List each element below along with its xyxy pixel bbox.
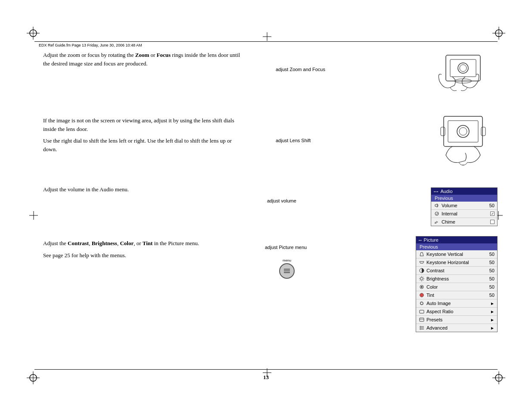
bottom-right-corner [492, 371, 505, 384]
picture-section: Adjust the Contrast, Brightness, Color, … [43, 239, 246, 259]
top-bar-text: EDX Ref Guide.fm Page 13 Friday, June 30… [39, 43, 142, 47]
zoom-focus-text: Adjust the zoom or focus by rotating the… [43, 51, 246, 68]
zoom-focus-sketch [429, 51, 498, 103]
keystone-h-icon [419, 259, 425, 265]
svg-point-28 [459, 128, 467, 135]
brightness-row: Brightness 50 [416, 275, 497, 283]
menu-button[interactable] [279, 263, 295, 279]
page-number: 13 [263, 374, 269, 381]
aspectratio-arrow: ► [490, 309, 495, 314]
bottom-rule-line [34, 369, 498, 370]
contrast-icon [419, 268, 425, 274]
advanced-icon [419, 325, 425, 331]
svg-text:b: b [436, 220, 438, 224]
color-value: 50 [489, 284, 495, 290]
audio-menu-title: ••• Audio [431, 188, 497, 195]
top-right-corner [492, 27, 505, 40]
svg-rect-36 [284, 272, 290, 273]
advanced-label: Advanced [426, 325, 448, 330]
svg-rect-53 [420, 310, 424, 313]
svg-rect-35 [284, 271, 290, 271]
lens-shift-label: adjust Lens Shift [276, 138, 311, 143]
autoimage-row: Auto Image ► [416, 299, 497, 308]
svg-point-51 [420, 293, 424, 297]
presets-label: Presets [426, 317, 442, 322]
autoimage-icon [419, 300, 425, 306]
audio-volume-row: Volume 50 [431, 202, 497, 210]
picture-menu: •• Picture Previous Keystone Vertical 50… [416, 236, 498, 332]
advanced-arrow: ► [490, 326, 495, 330]
autoimage-arrow: ► [490, 301, 495, 306]
aspectratio-row: Aspect Ratio ► [416, 308, 497, 316]
picture-title-dots: •• [419, 238, 422, 242]
keystone-v-icon [419, 251, 425, 257]
audio-menu: ••• Audio Previous Volume 50 Internal [431, 187, 498, 226]
svg-line-45 [420, 277, 420, 277]
audio-title-dots: ••• [434, 190, 439, 193]
audio-section: Adjust the volume in the Audio menu. [43, 185, 246, 194]
menu-btn-label: menu [279, 258, 295, 262]
contrast-row: Contrast 50 [416, 267, 497, 275]
brightness-icon [419, 276, 425, 282]
svg-line-46 [423, 280, 423, 280]
svg-rect-20 [446, 55, 480, 81]
keystone-v-value: 50 [489, 252, 495, 257]
presets-row: Presets ► [416, 316, 497, 324]
svg-point-50 [421, 286, 423, 288]
advanced-row: Advanced ► [416, 324, 497, 332]
autoimage-label: Auto Image [426, 301, 451, 306]
audio-internal-row: Internal [431, 210, 497, 218]
presets-icon [419, 317, 425, 323]
svg-rect-21 [450, 59, 476, 77]
color-label: Color [426, 284, 438, 290]
contrast-label: Contrast [426, 268, 445, 273]
keystone-v-row: Keystone Vertical 50 [416, 250, 497, 258]
svg-marker-37 [420, 252, 423, 256]
audio-menu-previous[interactable]: Previous [431, 195, 497, 202]
lens-shift-section: If the image is not on the screen or vie… [43, 116, 246, 153]
audio-text: Adjust the volume in the Audio menu. [43, 185, 246, 194]
menu-button-container: menu [279, 258, 295, 279]
keystone-v-label: Keystone Vertical [426, 252, 463, 257]
menu-btn-icon [283, 267, 291, 275]
picture-text1: Adjust the Contrast, Brightness, Color, … [43, 239, 246, 248]
tint-label: Tint [426, 293, 434, 298]
lens-shift-text2: Use the right dial to shift the lens lef… [43, 137, 246, 153]
svg-rect-54 [420, 318, 424, 321]
picture-menu-title: •• Picture [416, 237, 497, 243]
brightness-label: Brightness [426, 276, 449, 281]
tint-row: Tint 50 [416, 291, 497, 299]
chime-icon: ab [434, 219, 440, 225]
svg-rect-29 [441, 127, 445, 136]
left-center-cross [29, 211, 38, 221]
color-row: Color 50 [416, 283, 497, 291]
tint-value: 50 [489, 293, 495, 298]
contrast-value: 50 [489, 268, 495, 273]
bottom-left-corner [27, 371, 40, 384]
zoom-focus-section: Adjust the zoom or focus by rotating the… [43, 51, 246, 68]
picture-menu-box: •• Picture Previous Keystone Vertical 50… [416, 236, 498, 332]
volume-icon [434, 202, 440, 209]
audio-label: adjust volume [267, 198, 296, 203]
svg-rect-26 [448, 121, 478, 142]
top-rule-line [34, 41, 498, 42]
svg-point-23 [460, 65, 467, 72]
picture-title-text: Picture [424, 237, 439, 243]
svg-line-48 [420, 280, 420, 280]
svg-marker-38 [420, 262, 424, 263]
svg-point-52 [420, 302, 423, 305]
color-icon [419, 284, 425, 290]
tint-icon [419, 292, 425, 298]
keystone-h-row: Keystone Horizontal 50 [416, 258, 497, 267]
internal-label: Internal [442, 211, 457, 216]
aspectratio-label: Aspect Ratio [426, 309, 453, 314]
top-left-corner [27, 27, 40, 40]
presets-arrow: ► [490, 318, 495, 322]
zoom-focus-label: adjust Zoom and Focus [276, 67, 325, 72]
chime-label: Chime [442, 219, 455, 224]
picture-menu-previous[interactable]: Previous [416, 243, 497, 250]
svg-rect-30 [481, 127, 485, 136]
volume-value: 50 [489, 203, 495, 208]
keystone-h-value: 50 [489, 260, 495, 265]
volume-label: Volume [442, 203, 457, 208]
